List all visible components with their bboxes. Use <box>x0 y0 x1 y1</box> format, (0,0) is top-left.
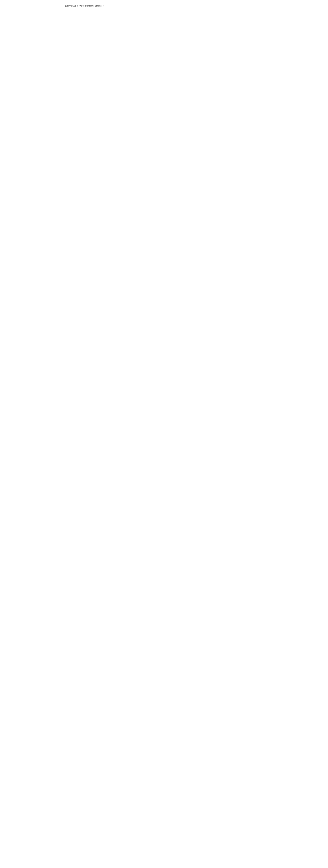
title-node: 超文本标记语言 HyperText Markup Language <box>64 4 105 8</box>
